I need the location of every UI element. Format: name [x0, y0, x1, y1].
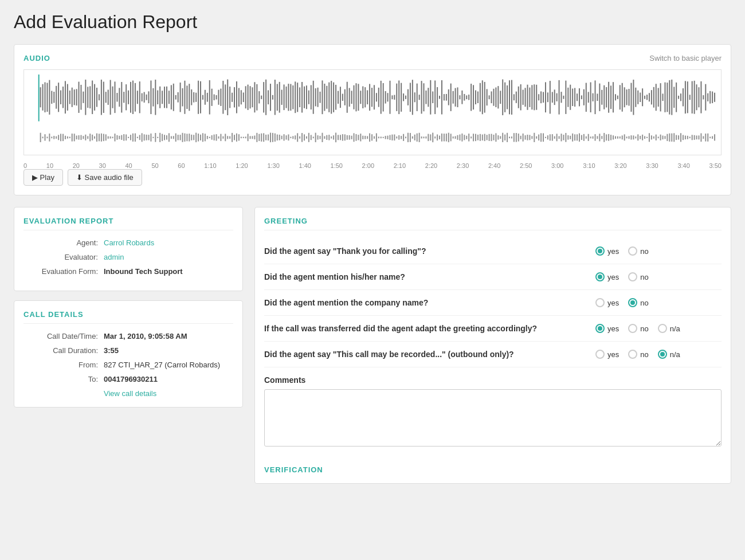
svg-rect-157 — [216, 95, 217, 99]
form-value: Inbound Tech Support — [104, 267, 183, 276]
svg-rect-421 — [513, 94, 515, 100]
svg-rect-76 — [123, 134, 124, 141]
svg-rect-341 — [424, 83, 425, 111]
radio-option-n/a[interactable]: n/a — [658, 350, 680, 359]
svg-rect-378 — [464, 135, 465, 140]
svg-rect-224 — [290, 137, 291, 138]
svg-rect-392 — [480, 134, 481, 141]
svg-rect-82 — [130, 135, 131, 140]
svg-rect-137 — [193, 92, 194, 103]
svg-rect-448 — [543, 133, 544, 142]
save-audio-button[interactable]: ⬇ Save audio file — [68, 169, 142, 186]
svg-rect-131 — [186, 85, 187, 109]
svg-rect-485 — [586, 83, 587, 112]
svg-rect-267 — [340, 87, 341, 108]
svg-rect-445 — [540, 91, 542, 103]
radio-option-yes[interactable]: yes — [595, 246, 619, 256]
svg-rect-366 — [450, 134, 452, 141]
switch-player-button[interactable]: Switch to basic player — [649, 54, 722, 62]
svg-rect-253 — [324, 84, 325, 111]
svg-rect-249 — [320, 92, 321, 103]
radio-option-yes[interactable]: yes — [595, 350, 619, 359]
svg-rect-432 — [525, 135, 526, 140]
svg-rect-37 — [80, 85, 81, 110]
svg-rect-417 — [509, 80, 510, 114]
svg-rect-381 — [468, 95, 469, 100]
svg-rect-311 — [390, 81, 391, 114]
svg-rect-404 — [493, 135, 494, 140]
svg-rect-275 — [349, 88, 350, 107]
radio-option-yes[interactable]: yes — [595, 298, 619, 307]
audio-section: AUDIO Switch to basic player 01020304050… — [14, 44, 731, 195]
radio-option-no[interactable]: no — [628, 324, 648, 333]
svg-rect-125 — [180, 83, 181, 112]
svg-rect-289 — [364, 87, 366, 107]
question-text-2: Did the agent mention the company name? — [264, 298, 595, 307]
svg-rect-14 — [53, 136, 54, 139]
svg-rect-596 — [709, 137, 711, 139]
from-name-link[interactable]: Carrol Robards — [167, 361, 218, 369]
svg-rect-488 — [588, 134, 589, 141]
svg-rect-285 — [360, 91, 361, 104]
svg-rect-100 — [150, 134, 151, 142]
question-row: If the call was transferred did the agen… — [264, 316, 722, 342]
question-text-0: Did the agent say "Thank you for calling… — [264, 246, 595, 256]
svg-rect-362 — [446, 134, 447, 142]
svg-rect-127 — [182, 88, 183, 107]
svg-rect-466 — [563, 135, 564, 140]
svg-rect-535 — [642, 88, 643, 106]
svg-rect-420 — [511, 136, 512, 138]
svg-rect-544 — [651, 135, 652, 139]
svg-rect-322 — [401, 136, 402, 139]
radio-option-n/a[interactable]: n/a — [658, 324, 680, 333]
agent-value[interactable]: Carrol Robards — [104, 238, 154, 247]
timeline-label: 3:00 — [551, 162, 563, 169]
form-label: Evaluation Form: — [23, 267, 98, 276]
svg-rect-343 — [425, 91, 426, 104]
svg-rect-278 — [351, 136, 352, 139]
svg-rect-555 — [665, 83, 666, 112]
svg-rect-440 — [534, 133, 535, 142]
svg-rect-558 — [666, 134, 668, 141]
svg-rect-526 — [630, 135, 632, 139]
svg-rect-134 — [189, 134, 190, 142]
svg-rect-496 — [597, 136, 598, 139]
svg-rect-279 — [354, 85, 355, 109]
svg-rect-109 — [162, 91, 163, 104]
svg-rect-255 — [326, 86, 327, 109]
svg-rect-48 — [92, 135, 93, 140]
svg-rect-434 — [527, 135, 528, 140]
radio-option-yes[interactable]: yes — [595, 272, 619, 281]
svg-rect-66 — [112, 137, 113, 139]
radio-option-no[interactable]: no — [628, 350, 648, 359]
svg-rect-287 — [362, 87, 363, 108]
evaluator-value[interactable]: admin — [104, 253, 124, 261]
view-call-details-link[interactable]: View call details — [104, 389, 233, 398]
svg-rect-428 — [520, 136, 522, 139]
svg-rect-407 — [497, 86, 499, 108]
svg-rect-467 — [565, 81, 566, 114]
svg-rect-460 — [556, 134, 558, 141]
radio-option-no[interactable]: no — [628, 246, 648, 256]
svg-rect-116 — [168, 133, 170, 142]
svg-rect-198 — [261, 134, 262, 142]
svg-rect-169 — [229, 87, 230, 108]
svg-rect-527 — [633, 80, 634, 115]
svg-rect-246 — [315, 133, 316, 142]
radio-option-yes[interactable]: yes — [595, 324, 619, 333]
svg-rect-91 — [142, 93, 143, 101]
svg-rect-238 — [306, 136, 307, 139]
timeline-label: 3:10 — [583, 162, 595, 169]
svg-rect-297 — [374, 85, 375, 109]
radio-option-no[interactable]: no — [628, 272, 648, 281]
comments-textarea[interactable] — [264, 389, 722, 447]
form-row: Evaluation Form: Inbound Tech Support — [23, 267, 233, 276]
svg-rect-225 — [292, 85, 293, 109]
radio-label: no — [640, 273, 648, 281]
svg-rect-112 — [164, 135, 165, 140]
svg-rect-147 — [205, 90, 206, 105]
svg-rect-95 — [146, 95, 147, 100]
svg-rect-503 — [606, 87, 607, 108]
play-button[interactable]: ▶ Play — [23, 169, 63, 186]
radio-option-no[interactable]: no — [628, 298, 648, 307]
